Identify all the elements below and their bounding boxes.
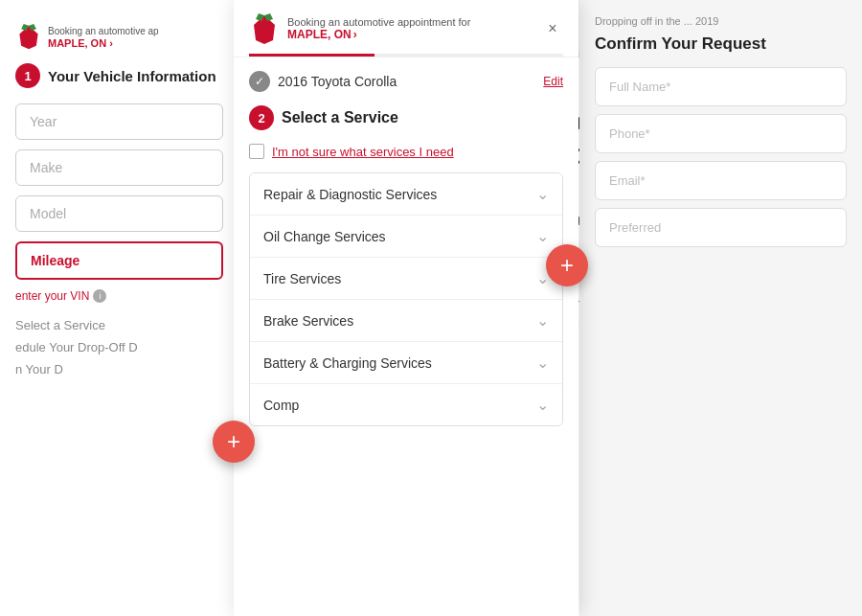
- full-name-placeholder: Full Name*: [609, 80, 670, 94]
- booking-bar: Booking an automotive appointment for MA…: [249, 13, 563, 44]
- year-label: Year: [30, 114, 57, 129]
- vin-label: enter your VIN: [15, 289, 89, 303]
- mileage-field[interactable]: Mileage: [15, 241, 223, 280]
- model-field[interactable]: Model: [15, 195, 223, 232]
- full-name-field[interactable]: Full Name*: [595, 67, 847, 106]
- email-placeholder: Email*: [609, 173, 646, 188]
- close-icon: ×: [548, 20, 556, 37]
- preferred-placeholder: Preferred: [609, 220, 661, 235]
- add-fab-left[interactable]: +: [213, 421, 255, 463]
- step1-title: Your Vehicle Information: [48, 68, 216, 84]
- not-sure-checkbox[interactable]: [249, 144, 264, 159]
- service-modal: Booking an automotive appointment for MA…: [234, 0, 578, 616]
- service-label-brake: Brake Services: [263, 313, 353, 329]
- service-row-tire[interactable]: Tire Services ⌄: [250, 258, 562, 300]
- progress-fill: [249, 54, 374, 57]
- modal-step-circle: 2: [249, 105, 274, 130]
- service-row-comp[interactable]: Comp ⌄: [250, 384, 562, 425]
- service-label-comp: Comp: [263, 398, 299, 413]
- info-glyph: i: [99, 291, 101, 301]
- comp-chevron-icon: ⌄: [536, 396, 549, 414]
- service-label-battery: Battery & Charging Services: [263, 355, 432, 371]
- sidebar-step-service[interactable]: Select a Service: [15, 318, 223, 332]
- modal-ctc-logo: [249, 13, 280, 44]
- service-accordion: Repair & Diagnostic Services ⌄ Oil Chang…: [249, 172, 563, 426]
- modal-body: ✓ 2016 Toyota Corolla Edit 2 Select a Se…: [234, 57, 578, 445]
- model-label: Model: [30, 206, 66, 221]
- modal-step-title: Select a Service: [282, 109, 398, 126]
- add-fab-right[interactable]: +: [546, 244, 588, 286]
- oil-chevron-icon: ⌄: [536, 227, 549, 245]
- phone-placeholder: Phone*: [609, 126, 650, 141]
- info-icon: i: [93, 289, 106, 303]
- modal-location: MAPLE, ON ›: [287, 28, 470, 41]
- modal-step-number: 2: [258, 111, 264, 125]
- service-label-repair: Repair & Diagnostic Services: [263, 187, 437, 202]
- modal-booking-text: Booking an automotive appointment for: [287, 16, 470, 28]
- service-row-battery[interactable]: Battery & Charging Services ⌄: [250, 342, 562, 384]
- dropping-off-text: Dropping off in the ... 2019: [595, 15, 847, 27]
- not-sure-label[interactable]: I'm not sure what services I need: [272, 145, 454, 159]
- add-fab-right-icon: +: [560, 252, 574, 279]
- edit-link[interactable]: Edit: [543, 75, 563, 88]
- vin-row[interactable]: enter your VIN i: [15, 289, 223, 303]
- booking-left: Booking an automotive appointment for MA…: [249, 13, 470, 44]
- check-glyph: ✓: [255, 75, 264, 88]
- step1-header: 1 Your Vehicle Information: [15, 63, 223, 88]
- battery-chevron-icon: ⌄: [536, 354, 549, 372]
- sidebar-booking-text: Booking an automotive ap: [48, 25, 159, 37]
- modal-header: Booking an automotive appointment for MA…: [234, 0, 578, 57]
- sidebar-location: MAPLE, ON ›: [48, 37, 159, 49]
- modal-location-text: MAPLE, ON: [287, 28, 352, 41]
- email-field[interactable]: Email*: [595, 161, 847, 200]
- sidebar-step-your[interactable]: n Your D: [15, 362, 223, 376]
- sidebar-booking-info: Booking an automotive ap MAPLE, ON ›: [48, 25, 159, 49]
- service-row-brake[interactable]: Brake Services ⌄: [250, 300, 562, 342]
- vehicle-confirmed-row: ✓ 2016 Toyota Corolla Edit: [249, 71, 563, 92]
- step1-circle: 1: [15, 63, 40, 88]
- service-label-oil: Oil Change Services: [263, 229, 386, 244]
- location-arrow-icon: ›: [109, 37, 113, 49]
- svg-marker-9: [254, 15, 275, 44]
- step1-number: 1: [24, 69, 31, 83]
- not-sure-row: I'm not sure what services I need: [249, 144, 563, 159]
- sidebar-strawberry-icon: [15, 23, 42, 50]
- repair-chevron-icon: ⌄: [536, 185, 549, 203]
- step-your-label: n Your D: [15, 362, 63, 376]
- service-row-repair[interactable]: Repair & Diagnostic Services ⌄: [250, 173, 562, 216]
- sidebar-header: Booking an automotive ap MAPLE, ON ›: [15, 19, 223, 50]
- step-service-label: Select a Service: [15, 318, 105, 332]
- progress-bar: [249, 54, 563, 57]
- make-field[interactable]: Make: [15, 149, 223, 186]
- mileage-label: Mileage: [31, 253, 79, 268]
- service-row-oil[interactable]: Oil Change Services ⌄: [250, 216, 562, 258]
- vehicle-name: 2016 Toyota Corolla: [278, 74, 535, 89]
- vehicle-check-icon: ✓: [249, 71, 270, 92]
- modal-location-arrow: ›: [353, 28, 357, 41]
- year-field[interactable]: Year: [15, 103, 223, 140]
- step-dropoff-label: edule Your Drop-Off D: [15, 340, 138, 354]
- phone-field[interactable]: Phone*: [595, 114, 847, 153]
- add-fab-left-icon: +: [227, 428, 240, 455]
- make-label: Make: [30, 160, 62, 175]
- service-label-tire: Tire Services: [263, 271, 341, 286]
- confirm-title: Confirm Your Request: [595, 34, 847, 54]
- sidebar-step-dropoff[interactable]: edule Your Drop-Off D: [15, 340, 223, 354]
- modal-close-button[interactable]: ×: [542, 18, 563, 39]
- confirm-panel: Dropping off in the ... 2019 Confirm You…: [579, 0, 862, 616]
- preferred-field[interactable]: Preferred: [595, 208, 847, 247]
- vehicle-sidebar: Booking an automotive ap MAPLE, ON › 1 Y…: [0, 0, 239, 616]
- modal-step-header: 2 Select a Service: [249, 105, 563, 130]
- modal-booking-info: Booking an automotive appointment for MA…: [287, 16, 470, 41]
- brake-chevron-icon: ⌄: [536, 311, 549, 330]
